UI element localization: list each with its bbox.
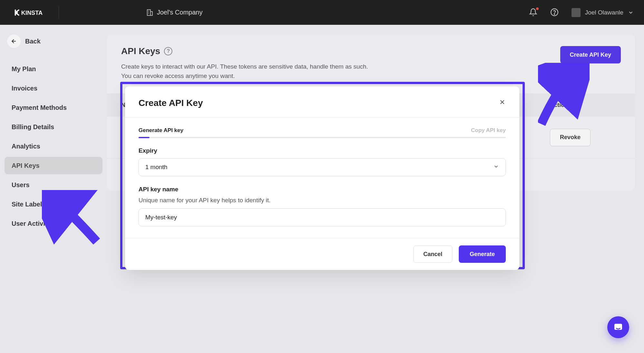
- progress-bar: [139, 137, 506, 138]
- chat-icon: [613, 322, 623, 332]
- expiry-value: 1 month: [145, 164, 168, 171]
- create-api-key-modal: Create API Key Generate API key Copy API…: [125, 86, 519, 270]
- annotation-arrow: [42, 190, 100, 245]
- cancel-button[interactable]: Cancel: [413, 245, 452, 263]
- intercom-launcher[interactable]: [607, 316, 629, 338]
- step-generate: Generate API key: [139, 127, 183, 134]
- api-key-name-input[interactable]: [139, 208, 506, 226]
- expiry-select[interactable]: 1 month: [139, 158, 506, 176]
- chevron-down-icon: [493, 164, 499, 171]
- annotation-arrow: [538, 63, 590, 127]
- api-key-name-label: API key name: [139, 186, 506, 193]
- step-copy: Copy API key: [471, 127, 506, 134]
- expiry-label: Expiry: [139, 147, 506, 154]
- close-icon[interactable]: [499, 99, 506, 108]
- generate-button[interactable]: Generate: [459, 245, 506, 263]
- api-key-name-helper: Unique name for your API key helps to id…: [139, 197, 506, 204]
- modal-title: Create API Key: [139, 98, 203, 108]
- modal-steps: Generate API key Copy API key: [125, 118, 519, 134]
